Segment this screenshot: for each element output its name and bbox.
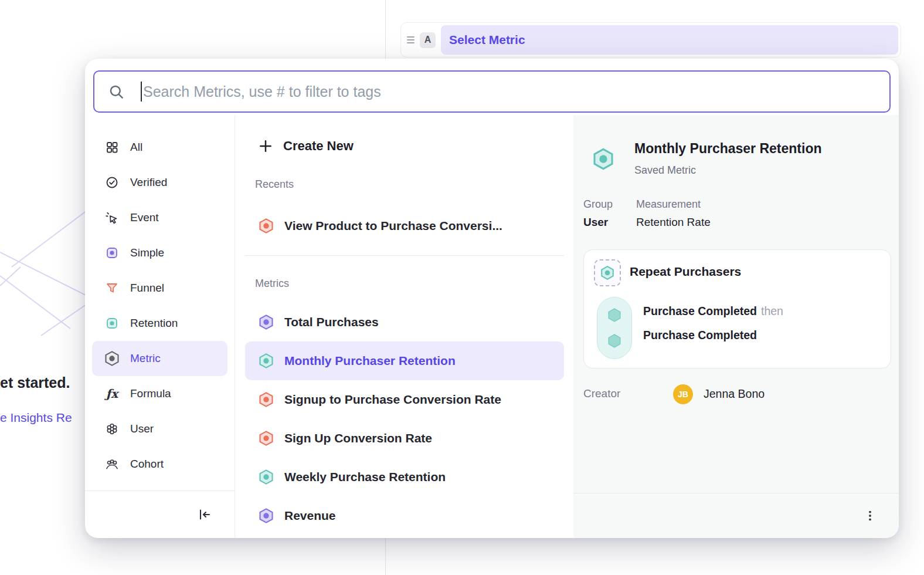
metric-item-label: Sign Up Conversion Rate [284,431,432,445]
sidebar-item-label: Formula [130,387,171,400]
event-metric-icon [258,314,274,330]
background-chart-decoration [0,197,97,340]
select-metric-button[interactable]: Select Metric [441,25,898,55]
cohort-people-icon [104,456,120,472]
drag-handle-icon[interactable] [407,36,415,43]
step-2: Purchase Completed [643,329,757,342]
sidebar-item-all[interactable]: All [92,130,227,165]
detail-footer [573,493,899,538]
sidebar-item-event[interactable]: Event [92,200,227,235]
metric-definition-card: Repeat Purchasers Purchase Completedthen… [583,249,891,368]
metric-item-label: Revenue [284,509,336,523]
step-hexagon-icon [607,333,622,349]
metrics-list: Total Purchases Monthly Purchaser Retent… [235,303,573,535]
event-metric-icon [258,508,274,524]
create-new-button[interactable]: Create New [235,133,573,160]
metric-item-label: Total Purchases [284,315,379,329]
recent-item[interactable]: View Product to Purchase Conversi... [245,207,564,245]
metric-item-weekly-purchase-retention[interactable]: Weekly Purchase Retention [245,458,564,496]
funnel-metric-icon [258,218,274,234]
metric-item-sign-up-conversion-rate[interactable]: Sign Up Conversion Rate [245,419,564,458]
list-divider [245,255,564,256]
creator-label: Creator [583,387,620,400]
detail-title: Monthly Purchaser Retention [634,141,821,157]
creator-avatar: JB [673,384,693,404]
formula-icon: ƒx [104,386,120,401]
plus-icon [258,138,273,154]
metric-item-label: Weekly Purchase Retention [284,470,446,484]
sidebar-item-label: Cohort [130,458,164,471]
background-headline-fragment: et started. [0,374,70,391]
sidebar-item-metric[interactable]: Metric [92,341,227,376]
definition-name: Repeat Purchasers [630,265,741,279]
insights-report-link-fragment[interactable]: e Insights Re [0,411,72,425]
sidebar-item-verified[interactable]: Verified [92,165,227,200]
sidebar-item-label: Retention [130,317,178,330]
metric-item-label: Signup to Purchase Conversion Rate [284,393,501,407]
sidebar-item-label: Event [130,211,159,224]
step-connector: then [761,305,783,317]
sidebar-item-formula[interactable]: ƒx Formula [92,376,227,411]
metric-picker-modal: All Verified [85,59,899,538]
create-new-label: Create New [283,138,354,154]
sidebar-item-cohort[interactable]: Cohort [92,447,227,482]
saved-metric-icon [592,147,615,171]
metric-item-label: View Product to Purchase Conversi... [284,219,502,233]
event-cursor-icon [104,210,120,225]
group-label: Group [583,198,613,211]
metric-detail-panel: Monthly Purchaser Retention Saved Metric… [573,115,899,538]
funnel-metric-icon [258,391,274,408]
retention-metric-icon [258,469,274,485]
definition-icon-placeholder [594,259,621,286]
retention-metric-icon [258,353,274,369]
metric-item-total-purchases[interactable]: Total Purchases [245,303,564,341]
grid-icon [104,140,120,155]
text-cursor [141,82,142,102]
series-a-badge[interactable]: A [420,32,436,48]
metric-item-label: Monthly Purchaser Retention [284,354,456,368]
sidebar-item-label: Simple [130,246,164,259]
metric-item-monthly-purchaser-retention[interactable]: Monthly Purchaser Retention [245,341,564,380]
retention-steps-pill [597,297,632,359]
more-options-button[interactable] [860,506,880,526]
sidebar-item-retention[interactable]: Retention [92,306,227,341]
step-1: Purchase Completedthen [643,305,783,318]
funnel-metric-icon [258,430,274,447]
group-value: User [583,216,608,229]
user-flower-icon [104,421,120,437]
sidebar-item-label: User [130,422,154,435]
filter-sidebar: All Verified [85,115,235,538]
sidebar-item-label: Verified [130,176,167,189]
measurement-value: Retention Rate [636,216,711,229]
simple-metric-icon [104,245,120,261]
collapse-sidebar-button[interactable] [195,505,215,525]
sidebar-item-label: Metric [130,352,161,365]
funnel-icon [104,280,120,296]
sidebar-item-label: All [130,141,142,154]
search-input[interactable] [143,72,889,111]
recents-header: Recents [235,178,573,191]
step-hexagon-icon [607,307,622,323]
sidebar-item-simple[interactable]: Simple [92,235,227,270]
retention-metric-icon [600,265,615,280]
metric-item-revenue[interactable]: Revenue [245,496,564,535]
sidebar-item-user[interactable]: User [92,411,227,447]
sidebar-item-funnel[interactable]: Funnel [92,270,227,306]
modal-body: All Verified [85,115,899,538]
collapse-sidebar-icon [198,508,212,522]
detail-type-label: Saved Metric [634,164,696,177]
search-icon [108,84,124,100]
step-event: Purchase Completed [643,305,757,317]
metric-hexagon-icon [104,351,120,366]
retention-icon [104,316,120,331]
measurement-label: Measurement [636,198,701,211]
step-event: Purchase Completed [643,329,757,341]
sidebar-footer [85,491,235,538]
sidebar-item-label: Funnel [130,282,164,295]
search-bar [93,70,891,113]
metrics-header: Metrics [235,278,573,290]
vertical-ellipsis-icon [864,509,877,523]
metric-selector-bar: A Select Metric [400,22,901,58]
select-metric-label: Select Metric [449,33,525,47]
metric-item-signup-to-purchase-conversion-rate[interactable]: Signup to Purchase Conversion Rate [245,380,564,419]
